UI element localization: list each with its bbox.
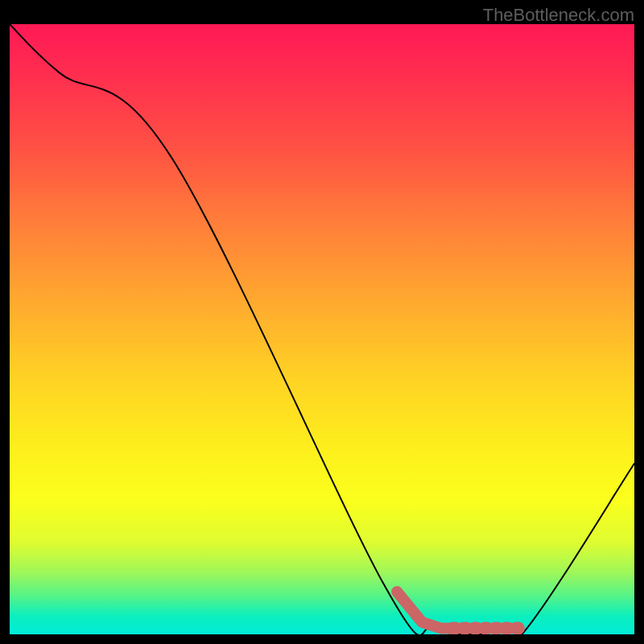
chart-plot-area — [10, 24, 634, 634]
watermark-text: TheBottleneck.com — [483, 5, 634, 26]
overlay-blob-solid — [397, 592, 453, 628]
chart-svg — [10, 24, 634, 634]
main-curve — [10, 24, 634, 634]
